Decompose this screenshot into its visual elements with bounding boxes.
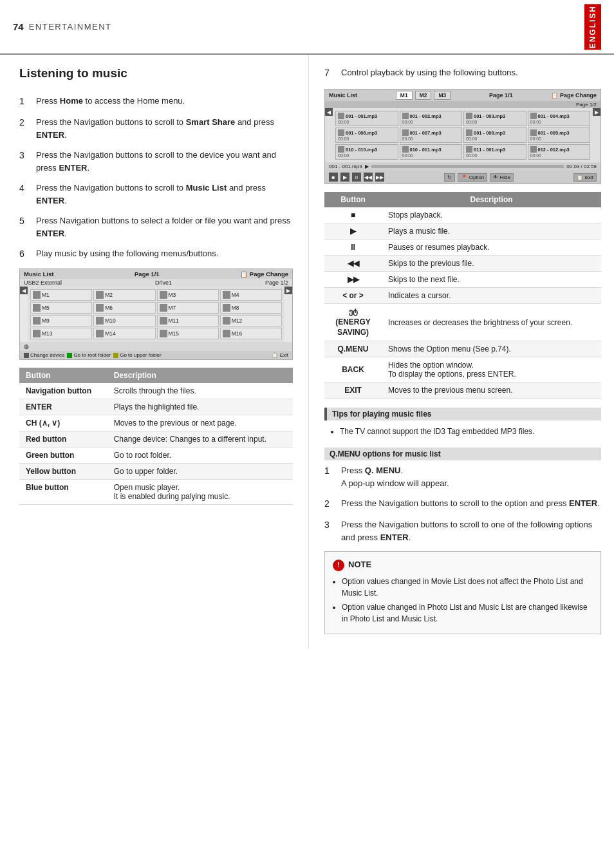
rbtn-play: ▶ xyxy=(324,223,382,240)
rml-repeat-btn[interactable]: ↻ xyxy=(444,173,455,182)
rbtn-prev: ◀◀ xyxy=(324,256,382,272)
rml-page-change[interactable]: 📋 Page Change xyxy=(551,92,597,99)
page-number: 74 xyxy=(13,21,24,32)
table-row: Green button Go to root folder. xyxy=(19,448,293,464)
rml-pause-btn[interactable]: II xyxy=(352,173,361,182)
table-row: ■ Stops playback. xyxy=(324,207,601,223)
rml-item-3[interactable]: 001 - 003.mp3 00:00 xyxy=(463,111,526,126)
rml-right-arrow[interactable]: ▶ xyxy=(593,108,600,116)
ml-upper-folder[interactable]: Go to upper folder xyxy=(113,352,161,358)
qmenu-step-text-3: Press the Navigation buttons to scroll t… xyxy=(341,518,601,543)
qmenu-step-2: 2 Press the Navigation buttons to scroll… xyxy=(324,497,601,511)
rml-item-1[interactable]: 001 - 001.mp3 00:00 xyxy=(335,111,398,126)
desc-red: Change device: Changes to a different in… xyxy=(107,431,293,448)
note-icon: ! xyxy=(333,560,344,571)
rml-option-btn[interactable]: 📍 Option xyxy=(458,173,487,182)
desc-green: Go to root folder. xyxy=(107,448,293,464)
rdesc-next: Skips to the next file. xyxy=(382,272,601,288)
ml-exit[interactable]: 📋 Exit xyxy=(272,352,288,358)
ml-page-label-left: Page 1/1 xyxy=(135,270,160,278)
ml-item-m12[interactable]: M12 xyxy=(220,315,282,326)
rml-exit-btn[interactable]: 📋 Exit xyxy=(573,173,597,182)
qmenu-steps: 1 Press Q. MENU.A pop-up window will app… xyxy=(324,464,601,543)
desc-blue: Open music player.It is enabled during p… xyxy=(107,480,293,505)
rbtn-exit: EXIT xyxy=(324,382,382,399)
ml-title-left: Music List xyxy=(24,270,53,278)
note-item-2: Option value changed in Photo List and M… xyxy=(342,601,593,625)
table-row: Navigation button Scrolls through the fi… xyxy=(19,383,293,399)
table-row: ◀◀ Skips to the previous file. xyxy=(324,256,601,272)
step-num-6: 6 xyxy=(19,247,31,261)
ml-item-m16[interactable]: M16 xyxy=(220,328,282,339)
rml-item-11[interactable]: 011 - 001.mp3 00:00 xyxy=(463,144,526,160)
rbtn-back: BACK xyxy=(324,357,382,382)
tips-list: The TV cannot support the ID3 Tag embedd… xyxy=(324,424,601,441)
table-row: BACK Hides the option window.To display … xyxy=(324,357,601,382)
button-table-left: Button Description Navigation button Scr… xyxy=(19,368,293,505)
btn-navigation: Navigation button xyxy=(19,383,107,399)
music-list-ui-left: Music List Page 1/1 📋 Page Change USB2 E… xyxy=(19,269,293,360)
ml-item-m4[interactable]: M4 xyxy=(220,289,282,301)
step-1: 1 Press Home to access the Home menu. xyxy=(19,95,293,108)
rml-page: Page 1/1 xyxy=(489,92,513,99)
ml-item-m15[interactable]: M15 xyxy=(157,328,219,339)
ml-footer-left: Change device Go to root folder Go to up… xyxy=(20,351,292,359)
btn-enter: ENTER xyxy=(19,399,107,415)
rdesc-qmenu: Shows the Option menu (See p.74). xyxy=(382,341,601,357)
rml-prev-btn[interactable]: ◀◀ xyxy=(364,173,373,182)
rml-tab-m1[interactable]: M1 xyxy=(396,91,413,100)
rml-item-8[interactable]: 001 - 009.mp3 00:00 xyxy=(528,127,591,143)
ml-left-arrow[interactable]: ◀ xyxy=(20,287,28,294)
note-title: NOTE xyxy=(348,558,371,572)
music-list-ui-right: Music List M1 M2 M3 Page 1/1 📋 Page Chan… xyxy=(324,89,601,184)
rml-left-arrow[interactable]: ◀ xyxy=(325,108,333,116)
rml-item-6[interactable]: 001 - 007.mp3 00:00 xyxy=(400,127,463,143)
rml-next-btn[interactable]: ▶▶ xyxy=(375,173,384,182)
ml-item-m7[interactable]: M7 xyxy=(157,302,219,314)
ml-item-m3[interactable]: M3 xyxy=(157,289,219,301)
ml-item-m6[interactable]: M6 xyxy=(93,302,155,314)
ml-item-m13[interactable]: M13 xyxy=(30,328,92,339)
ml-item-m2[interactable]: M2 xyxy=(93,289,155,301)
rml-hide-btn[interactable]: 👁 Hide xyxy=(490,173,514,182)
rml-tab-m2[interactable]: M2 xyxy=(415,91,432,100)
rml-item-10[interactable]: 010 - 011.mp3 00:00 xyxy=(400,144,463,160)
black-dot-icon xyxy=(24,353,29,358)
rml-item-9[interactable]: 010 - 010.mp3 00:00 xyxy=(335,144,398,160)
ml-item-m11[interactable]: M11 xyxy=(157,315,219,326)
ml-upper-folder-label: Go to upper folder xyxy=(120,352,161,358)
rdesc-back: Hides the option window.To display the o… xyxy=(382,357,601,382)
btn-green: Green button xyxy=(19,448,107,464)
rml-tab-m3[interactable]: M3 xyxy=(434,91,451,100)
rml-item-2[interactable]: 001 - 002.mp3 00:00 xyxy=(400,111,463,126)
rml-item-4[interactable]: 001 - 004.mp3 00:00 xyxy=(528,111,591,126)
table-row: ▶▶ Skips to the next file. xyxy=(324,272,601,288)
step-text-6: Play music by using the following menus/… xyxy=(36,247,218,261)
table-row: Blue button Open music player.It is enab… xyxy=(19,480,293,505)
ml-right-arrow[interactable]: ▶ xyxy=(284,287,292,294)
rml-item-12[interactable]: 012 - 012.mp3 00:00 xyxy=(528,144,591,160)
ml-root-folder[interactable]: Go to root folder xyxy=(67,352,111,358)
ml-item-m14[interactable]: M14 xyxy=(93,328,155,339)
qmenu-step-text-1: Press Q. MENU.A pop-up window will appea… xyxy=(341,464,449,489)
ml-item-m8[interactable]: M8 xyxy=(220,302,282,314)
ml-item-m1[interactable]: M1 xyxy=(30,289,92,301)
rml-item-5[interactable]: 001 - 006.mp3 00:00 xyxy=(335,127,398,143)
ml-item-m9[interactable]: M9 xyxy=(30,315,92,326)
table-row: II Pauses or resumes playback. xyxy=(324,240,601,256)
step-num-3: 3 xyxy=(19,149,31,174)
rml-item-7[interactable]: 001 - 008.mp3 00:00 xyxy=(463,127,526,143)
ml-exit-label: 📋 Exit xyxy=(272,352,288,358)
rml-stop-btn[interactable]: ■ xyxy=(329,173,338,182)
qmenu-section: Q.MENU options for music list 1 Press Q.… xyxy=(324,448,601,634)
ml-item-m10[interactable]: M10 xyxy=(93,315,155,326)
language-tab: ENGLISH xyxy=(584,4,601,50)
rdesc-pause: Pauses or resumes playback. xyxy=(382,240,601,256)
rbtn-energy: ეტ(ENERGYSAVING) xyxy=(324,304,382,341)
qmenu-step-num-3: 3 xyxy=(324,518,336,543)
ml-item-m5[interactable]: M5 xyxy=(30,302,92,314)
rml-play-btn[interactable]: ▶ xyxy=(340,173,349,182)
ml-change-device-label: Change device xyxy=(30,352,64,358)
ml-change-device[interactable]: Change device xyxy=(24,352,64,358)
table-row: ▶ Plays a music file. xyxy=(324,223,601,240)
